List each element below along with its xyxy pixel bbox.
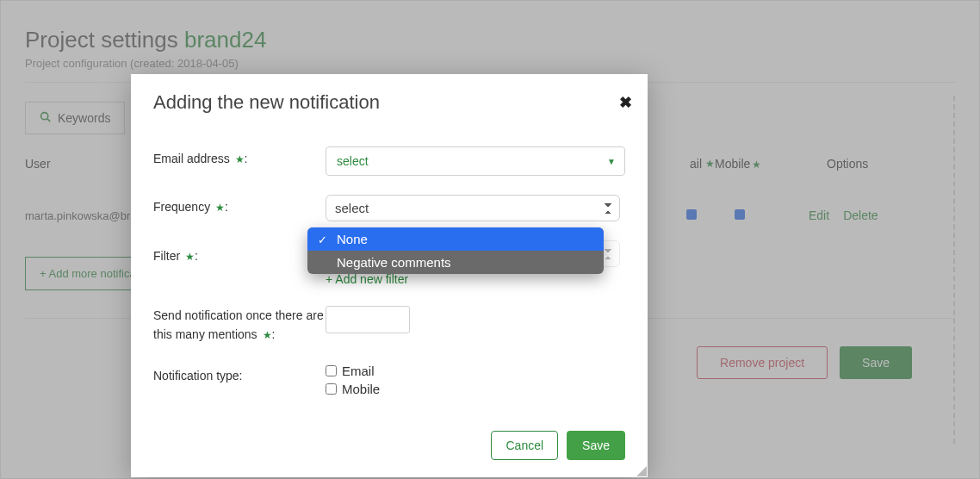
star-icon: [185, 251, 195, 263]
checkbox-email[interactable]: Email: [326, 364, 625, 378]
label-threshold: Send notification once there are this ma…: [153, 306, 326, 345]
close-icon[interactable]: ✖: [619, 93, 632, 112]
filter-dropdown-list: None Negative comments: [307, 227, 604, 274]
email-select-placeholder: select: [337, 154, 369, 168]
row-threshold: Send notification once there are this ma…: [153, 306, 625, 345]
checkbox-email-input[interactable]: [326, 365, 337, 376]
email-select[interactable]: select ▼: [326, 146, 625, 176]
frequency-select[interactable]: select: [326, 195, 620, 221]
field-email-address: select ▼: [326, 146, 625, 176]
star-icon: [263, 329, 272, 341]
label-frequency: Frequency :: [153, 195, 326, 214]
row-frequency: Frequency : select: [153, 195, 625, 221]
checkbox-mobile[interactable]: Mobile: [326, 382, 625, 396]
label-notification-type: Notification type:: [153, 364, 326, 383]
resize-handle[interactable]: [636, 466, 647, 476]
field-frequency: select: [326, 195, 625, 221]
checkbox-mobile-input[interactable]: [326, 383, 337, 395]
star-icon: [215, 202, 225, 214]
label-email-address: Email address :: [153, 146, 326, 165]
modal-title: Adding the new notification: [153, 91, 625, 114]
field-notification-type: Email Mobile: [326, 364, 625, 400]
cancel-button[interactable]: Cancel: [491, 431, 558, 460]
row-email: Email address : select ▼: [153, 146, 625, 176]
chevron-down-icon: ▼: [607, 157, 616, 166]
star-icon: [235, 153, 245, 165]
dropdown-item-none[interactable]: None: [307, 227, 604, 251]
add-new-filter-link[interactable]: + Add new filter: [326, 272, 408, 286]
label-filter: Filter :: [153, 240, 326, 263]
modal-footer: Cancel Save: [153, 431, 625, 460]
row-notification-type: Notification type: Email Mobile: [153, 364, 625, 400]
save-button[interactable]: Save: [567, 431, 625, 460]
add-notification-modal: Adding the new notification ✖ Email addr…: [131, 74, 648, 477]
threshold-input[interactable]: [326, 306, 410, 333]
dropdown-item-negative-comments[interactable]: Negative comments: [307, 251, 604, 274]
field-threshold: [326, 306, 625, 333]
